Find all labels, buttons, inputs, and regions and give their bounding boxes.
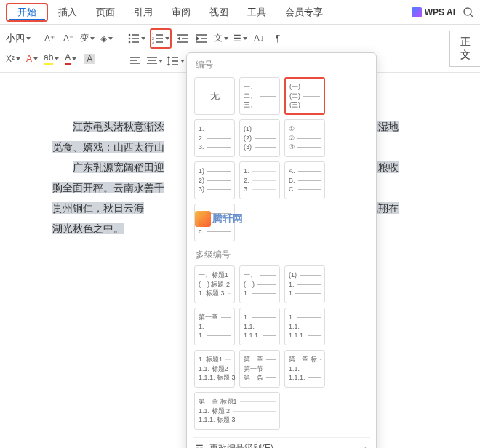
numbering-cn-comma[interactable]: 一、二、三、 [239, 77, 280, 115]
ml-cn-plain[interactable]: 一、(一)1. [239, 265, 280, 303]
svg-point-0 [464, 8, 471, 15]
numbering-icon[interactable]: 123 [152, 31, 169, 47]
menu-member[interactable]: 会员专享 [276, 3, 332, 22]
menu-start[interactable]: 开始 [9, 4, 45, 20]
numbering-highlight: 123 [150, 28, 172, 49]
numbering-arabic-dot2[interactable]: 1.2.3. [239, 161, 280, 199]
menu-review[interactable]: 审阅 [163, 3, 199, 22]
menu-reference[interactable]: 引用 [125, 3, 161, 22]
doc-line1a: 江苏黾头渚秋意渐浓 [73, 121, 164, 132]
clear-format-icon[interactable]: ◈ [99, 31, 113, 47]
wps-ai-icon [412, 7, 422, 17]
multilevel-header: 多级编号 [187, 246, 376, 263]
numbering-circled[interactable]: ①②③ [284, 119, 325, 157]
align-menu-icon[interactable] [147, 53, 163, 69]
svg-marker-20 [196, 36, 199, 41]
align-left-icon[interactable] [128, 53, 143, 69]
numbering-header: 编号 [187, 53, 376, 74]
numbering-arabic-closeparen[interactable]: 1)2)3) [194, 161, 235, 199]
ml-paren-plain[interactable]: (1)1.1 [284, 265, 325, 303]
svg-marker-32 [167, 64, 170, 66]
menu-view[interactable]: 视图 [201, 3, 237, 22]
ml-decimal-heading[interactable]: 1. 标题11.1. 标题21.1.1. 标题 3 [194, 350, 235, 388]
svg-marker-31 [167, 56, 170, 58]
numbering-cn-paren[interactable]: (一)(二)(三) [284, 77, 325, 115]
line-spacing-icon[interactable] [167, 53, 185, 69]
change-case-icon[interactable]: 变 [80, 31, 95, 47]
ml-cn-heading[interactable]: 一、标题1(一) 标题 21. 标题 3 [194, 265, 235, 303]
style-body-button[interactable]: 正文 [449, 31, 480, 67]
numbering-popup: 编号 无 一、二、三、 (一)(二)(三) 1.2.3. (1)(2)(3) ①… [186, 52, 377, 448]
show-marks-icon[interactable]: ¶ [271, 31, 285, 47]
numbering-upper-alpha[interactable]: A.B.C. [284, 161, 325, 199]
font-size-select[interactable]: 小四 [6, 32, 38, 45]
svg-point-2 [129, 33, 131, 36]
change-level-menu[interactable]: ☲ 更改编号级别(E) › [193, 437, 370, 448]
highlight-icon[interactable]: ab [44, 51, 59, 67]
menu-start-highlight: 开始 [6, 3, 48, 22]
svg-marker-16 [177, 36, 180, 41]
wps-ai-button[interactable]: WPS AI [412, 7, 455, 17]
menubar: 开始 插入 页面 引用 审阅 视图 工具 会员专享 WPS AI [0, 0, 480, 25]
ml-decimal1[interactable]: 1.1.1.1.1.1. [239, 308, 280, 345]
increase-indent-icon[interactable] [195, 31, 209, 47]
doc-line6: 湖光秋色之中。 [52, 223, 124, 234]
increase-font-icon[interactable]: A⁺ [42, 31, 57, 47]
doc-line2: 觅食、嬉戏；山西太行山 [52, 141, 164, 153]
indent-level-icon: ☲ [196, 444, 204, 449]
numbering-lower-alpha[interactable]: a.b.c. [194, 204, 235, 241]
numbering-arabic-dot[interactable]: 1.2.3. [194, 119, 235, 157]
doc-line5a: 贵州铜仁，秋日云海 [52, 202, 144, 214]
ml-chapter-section[interactable]: 第一章第一节第一条 [239, 350, 280, 388]
bullets-icon[interactable] [128, 31, 145, 47]
decrease-font-icon[interactable]: A⁻ [61, 31, 76, 47]
char-shading-icon[interactable]: A [82, 51, 97, 67]
numbering-arabic-paren[interactable]: (1)(2)(3) [239, 119, 280, 157]
svg-point-6 [129, 41, 131, 43]
change-level-label: 更改编号级别(E) [209, 442, 273, 448]
search-icon[interactable] [463, 7, 474, 18]
chevron-right-icon: › [364, 444, 367, 449]
doc-line3a: 广东乳源宽阔稻田迎 [73, 161, 164, 173]
font-effect-icon[interactable]: A [25, 51, 39, 67]
menu-insert[interactable]: 插入 [49, 3, 86, 22]
decrease-indent-icon[interactable] [176, 31, 191, 47]
menu-tools[interactable]: 工具 [239, 3, 275, 22]
ml-decimal2[interactable]: 1.1.1.1.1.1. [284, 308, 325, 345]
svg-point-4 [129, 37, 131, 39]
linespacing-menu-icon[interactable]: ☰ [233, 31, 247, 47]
text-direction-icon[interactable]: 文 [214, 31, 228, 47]
svg-line-1 [471, 15, 473, 17]
superscript-icon[interactable]: X² [6, 51, 20, 67]
ml-chapter-decimal[interactable]: 第一章 标1.1.1.1.1. [284, 350, 325, 388]
menu-page[interactable]: 页面 [87, 3, 124, 22]
ml-chapter1[interactable]: 第一章1.1. [194, 308, 235, 345]
sort-icon[interactable]: A↓ [252, 31, 266, 47]
numbering-none[interactable]: 无 [194, 77, 235, 115]
doc-line4: 购全面开秤。云南永善千 [52, 182, 164, 193]
font-color-icon[interactable]: A [63, 51, 78, 67]
svg-text:3: 3 [152, 40, 154, 44]
ml-chapter-heading[interactable]: 第一章 标题11.1. 标题 21.1.1. 标题 3 [194, 392, 280, 430]
wps-ai-label: WPS AI [425, 7, 455, 17]
